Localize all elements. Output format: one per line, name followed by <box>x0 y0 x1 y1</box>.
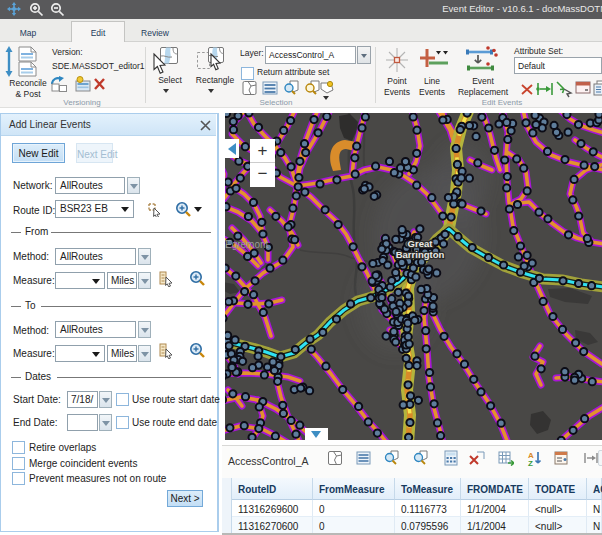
svg-text:Great: Great <box>408 238 434 249</box>
svg-text:Barrington: Barrington <box>396 249 445 260</box>
svg-text:Z: Z <box>528 459 533 466</box>
svg-text:Egremont: Egremont <box>225 239 269 250</box>
